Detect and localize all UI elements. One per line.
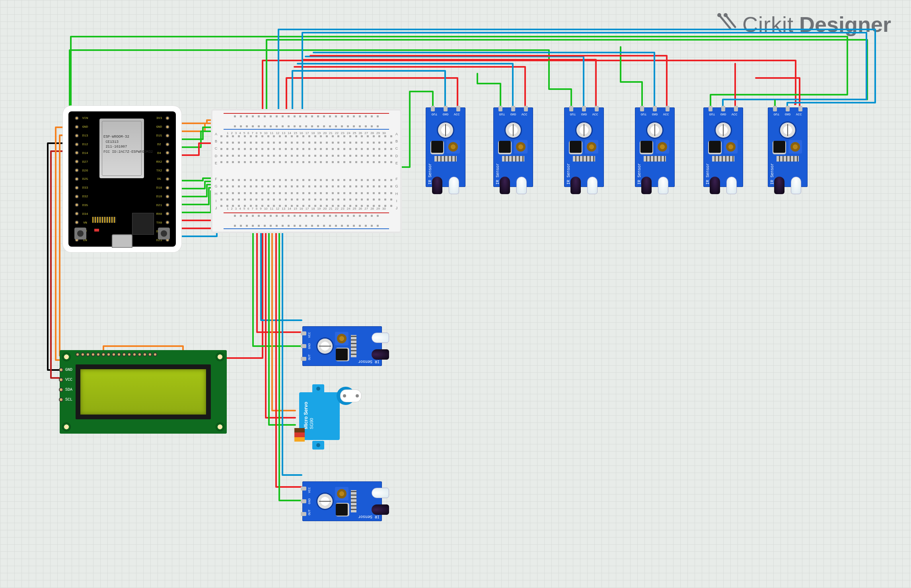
breadboard-hole[interactable]: [255, 142, 257, 144]
lcd-i2c-pin-gnd[interactable]: GND: [59, 368, 72, 372]
breadboard-hole[interactable]: [359, 115, 361, 117]
breadboard-hole[interactable]: [349, 161, 351, 163]
breadboard-hole[interactable]: [264, 215, 266, 217]
breadboard-hole[interactable]: [349, 192, 351, 194]
breadboard-hole[interactable]: [250, 185, 252, 187]
breadboard-hole[interactable]: [323, 125, 325, 127]
ir-sensor-ir2[interactable]: OUTGNDVCCIR Sensor: [493, 107, 533, 187]
breadboard-hole[interactable]: [267, 155, 269, 157]
breadboard-hole[interactable]: [232, 185, 234, 187]
breadboard-hole[interactable]: [270, 115, 272, 117]
breadboard-hole[interactable]: [337, 205, 339, 207]
breadboard-hole[interactable]: [294, 215, 296, 217]
ir-sensitivity-trimpot[interactable]: [335, 332, 348, 345]
breadboard-hole[interactable]: [273, 179, 275, 181]
breadboard-hole[interactable]: [361, 135, 363, 137]
breadboard-hole[interactable]: [302, 185, 304, 187]
breadboard-hole[interactable]: [377, 125, 379, 127]
breadboard-hole[interactable]: [311, 125, 313, 127]
breadboard-hole[interactable]: [255, 155, 257, 157]
breadboard-hole[interactable]: [365, 225, 367, 227]
breadboard-hole[interactable]: [367, 148, 369, 150]
breadboard-hole[interactable]: [238, 179, 240, 181]
breadboard-hole[interactable]: [378, 199, 380, 201]
breadboard-hole[interactable]: [361, 192, 363, 194]
breadboard-hole[interactable]: [244, 205, 246, 207]
breadboard-hole[interactable]: [317, 225, 319, 227]
lcd-header-pin[interactable]: [132, 352, 136, 356]
breadboard-hole[interactable]: [373, 199, 375, 201]
breadboard-hole[interactable]: [341, 225, 343, 227]
breadboard-hole[interactable]: [261, 148, 263, 150]
breadboard-hole[interactable]: [367, 135, 369, 137]
breadboard-hole[interactable]: [326, 192, 328, 194]
breadboard-hole[interactable]: [355, 161, 357, 163]
breadboard-hole[interactable]: [273, 192, 275, 194]
breadboard-hole[interactable]: [377, 215, 379, 217]
breadboard-hole[interactable]: [232, 155, 234, 157]
breadboard-hole[interactable]: [390, 192, 392, 194]
breadboard-hole[interactable]: [349, 135, 351, 137]
breadboard-hole[interactable]: [299, 125, 301, 127]
ir-pin-out[interactable]: [773, 106, 777, 111]
breadboard-hole[interactable]: [273, 135, 275, 137]
breadboard-hole[interactable]: [296, 161, 298, 163]
breadboard-hole[interactable]: [234, 215, 236, 217]
breadboard-hole[interactable]: [273, 161, 275, 163]
breadboard-hole[interactable]: [226, 185, 228, 187]
breadboard-hole[interactable]: [279, 192, 281, 194]
breadboard-hole[interactable]: [244, 161, 246, 163]
breadboard-hole[interactable]: [238, 192, 240, 194]
breadboard-hole[interactable]: [250, 205, 252, 207]
ir-pin-gnd[interactable]: [721, 106, 725, 111]
ir-pin-vcc[interactable]: [301, 487, 306, 491]
breadboard-hole[interactable]: [276, 125, 278, 127]
breadboard-hole[interactable]: [308, 199, 310, 201]
breadboard-hole[interactable]: [347, 215, 349, 217]
esp32-boot-button[interactable]: [158, 228, 170, 239]
breadboard-hole[interactable]: [355, 135, 357, 137]
breadboard-hole[interactable]: [308, 142, 310, 144]
breadboard-hole[interactable]: [308, 161, 310, 163]
breadboard-hole[interactable]: [390, 179, 392, 181]
breadboard-hole[interactable]: [359, 215, 361, 217]
breadboard-hole[interactable]: [373, 148, 375, 150]
breadboard-hole[interactable]: [308, 179, 310, 181]
ir-pin-vcc[interactable]: [524, 106, 528, 111]
breadboard-hole[interactable]: [288, 115, 290, 117]
ir-sensor-ir4[interactable]: OUTGNDVCCIR Sensor: [635, 107, 675, 187]
breadboard-hole[interactable]: [226, 161, 228, 163]
breadboard-hole[interactable]: [255, 185, 257, 187]
breadboard-hole[interactable]: [323, 215, 325, 217]
ir-sensor-ir8[interactable]: OUTGNDVCCIR Sensor: [302, 481, 382, 521]
breadboard-hole[interactable]: [343, 142, 345, 144]
ir-pin-out[interactable]: [301, 512, 306, 516]
breadboard-hole[interactable]: [347, 125, 349, 127]
breadboard-hole[interactable]: [390, 185, 392, 187]
breadboard-hole[interactable]: [337, 161, 339, 163]
breadboard-hole[interactable]: [349, 155, 351, 157]
breadboard-hole[interactable]: [332, 135, 334, 137]
breadboard-hole[interactable]: [250, 179, 252, 181]
breadboard-hole[interactable]: [326, 205, 328, 207]
breadboard-hole[interactable]: [279, 185, 281, 187]
ir-pin-out[interactable]: [431, 106, 435, 111]
breadboard-hole[interactable]: [314, 135, 316, 137]
breadboard-hole[interactable]: [279, 179, 281, 181]
breadboard-hole[interactable]: [353, 115, 355, 117]
breadboard-hole[interactable]: [240, 115, 242, 117]
breadboard-hole[interactable]: [252, 115, 254, 117]
ir-sensitivity-trimpot[interactable]: [788, 140, 802, 154]
breadboard-hole[interactable]: [220, 179, 222, 181]
breadboard-hole[interactable]: [258, 215, 260, 217]
breadboard-hole[interactable]: [238, 142, 240, 144]
breadboard-hole[interactable]: [343, 161, 345, 163]
breadboard-hole[interactable]: [261, 205, 263, 207]
breadboard-hole[interactable]: [267, 199, 269, 201]
lcd-header-pin[interactable]: [76, 352, 80, 356]
breadboard-hole[interactable]: [302, 155, 304, 157]
breadboard-hole[interactable]: [255, 179, 257, 181]
lcd-header-pin[interactable]: [81, 352, 85, 356]
ir-sensitivity-trimpot[interactable]: [724, 140, 738, 154]
breadboard-hole[interactable]: [320, 185, 322, 187]
